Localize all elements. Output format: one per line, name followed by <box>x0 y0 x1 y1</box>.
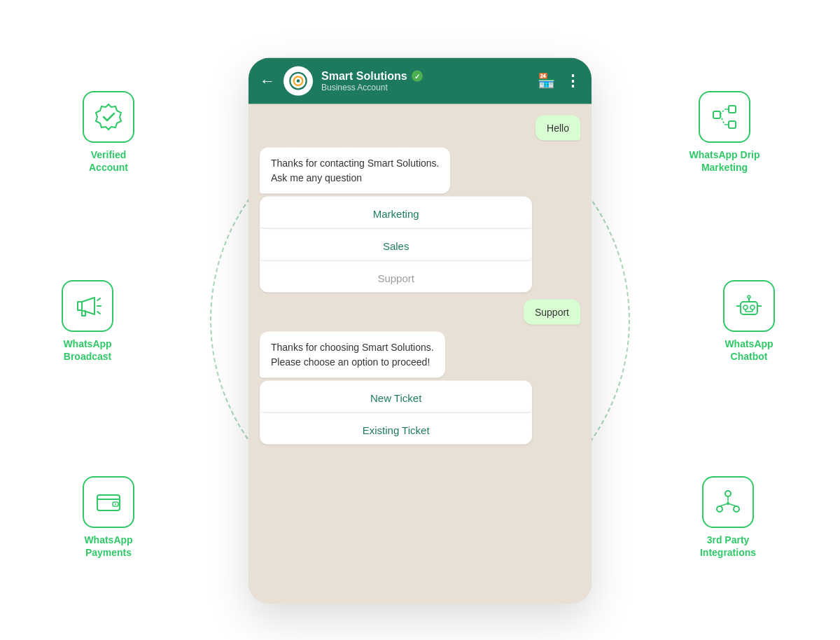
msg-received-2: Thanks for choosing Smart Solutions.Plea… <box>260 332 445 378</box>
verified-checkmark: ✓ <box>412 71 423 82</box>
svg-line-2 <box>97 312 100 314</box>
broadcast-label: WhatsAppBroadcast <box>63 338 111 363</box>
option-sales[interactable]: Sales <box>260 232 532 260</box>
msg-text-2: Thanks for choosing Smart Solutions.Plea… <box>271 340 434 370</box>
chatbot-label: WhatsAppChatbot <box>724 338 773 363</box>
msg-block-1: Thanks for contacting Smart Solutions.As… <box>260 148 532 293</box>
option-marketing[interactable]: Marketing <box>260 200 532 228</box>
verified-account-label: VerifiedAccount <box>89 148 128 174</box>
title-group: Smart Solutions ✓ Business Account <box>321 70 529 92</box>
svg-line-0 <box>97 298 100 300</box>
svg-point-15 <box>750 305 755 309</box>
msg-text-1: Thanks for contacting Smart Solutions.As… <box>271 156 439 186</box>
feature-3rd-party: 3rd PartyIntegrations <box>679 476 777 559</box>
svg-point-20 <box>748 295 750 298</box>
options-group-2: New Ticket Existing Ticket <box>260 381 532 445</box>
integrations-icon-box <box>702 476 754 528</box>
svg-point-24 <box>717 506 722 512</box>
integrations-icon <box>713 487 743 517</box>
wa-header: ← Smart Solutions ✓ Business Account 🏪 ⋮ <box>248 58 592 104</box>
option-new-ticket[interactable]: New Ticket <box>260 384 532 412</box>
avatar <box>284 67 313 96</box>
option-support-1[interactable]: Support <box>260 264 532 293</box>
option-existing-ticket[interactable]: Existing Ticket <box>260 416 532 445</box>
svg-line-9 <box>720 109 724 115</box>
chatbot-icon-box <box>723 280 775 332</box>
svg-line-11 <box>720 115 724 125</box>
msg-sent-hello: Hello <box>536 116 580 141</box>
feature-payments: WhatsAppPayments <box>59 476 158 559</box>
msg-block-2: Thanks for choosing Smart Solutions.Plea… <box>260 332 532 445</box>
options-group-1: Marketing Sales Support <box>260 197 532 293</box>
chat-area: Hello Thanks for contacting Smart Soluti… <box>248 104 592 604</box>
more-icon[interactable]: ⋮ <box>565 72 580 90</box>
svg-rect-6 <box>713 111 720 118</box>
drip-label: WhatsApp DripMarketing <box>689 148 760 174</box>
feature-chatbot: WhatsAppChatbot <box>700 280 798 363</box>
svg-rect-3 <box>97 495 120 510</box>
broadcast-icon-box <box>62 280 113 332</box>
back-button[interactable]: ← <box>260 72 275 90</box>
wallet-icon <box>93 487 124 517</box>
feature-broadcast: WhatsAppBroadcast <box>38 280 136 363</box>
phone-mockup: ← Smart Solutions ✓ Business Account 🏪 ⋮ <box>248 58 592 604</box>
account-name: Smart Solutions ✓ <box>321 70 529 83</box>
megaphone-icon <box>72 291 103 321</box>
robot-icon <box>734 291 764 321</box>
payments-label: WhatsAppPayments <box>84 534 132 559</box>
third-party-label: 3rd PartyIntegrations <box>700 534 756 559</box>
badge-icon <box>93 102 124 132</box>
msg-sent-support: Support <box>524 300 580 325</box>
svg-rect-8 <box>729 121 736 128</box>
svg-point-33 <box>297 79 300 83</box>
verified-account-icon-box <box>83 91 134 143</box>
svg-point-25 <box>734 506 739 512</box>
feature-verified-account: VerifiedAccount <box>59 91 158 174</box>
header-icons: 🏪 ⋮ <box>538 72 580 90</box>
feature-drip-marketing: WhatsApp DripMarketing <box>676 91 774 174</box>
svg-point-5 <box>115 503 116 505</box>
svg-point-29 <box>727 502 729 505</box>
drip-icon-box <box>699 91 750 143</box>
svg-point-14 <box>743 305 748 309</box>
svg-point-23 <box>725 491 731 496</box>
flow-icon <box>709 102 740 132</box>
smart-solutions-logo <box>286 69 311 94</box>
payments-icon-box <box>83 476 134 528</box>
scene: VerifiedAccount WhatsAppBroadcast <box>0 0 840 640</box>
store-icon[interactable]: 🏪 <box>538 72 555 90</box>
account-subtitle: Business Account <box>321 83 529 92</box>
msg-received-1: Thanks for contacting Smart Solutions.As… <box>260 148 450 194</box>
svg-rect-7 <box>729 106 736 113</box>
